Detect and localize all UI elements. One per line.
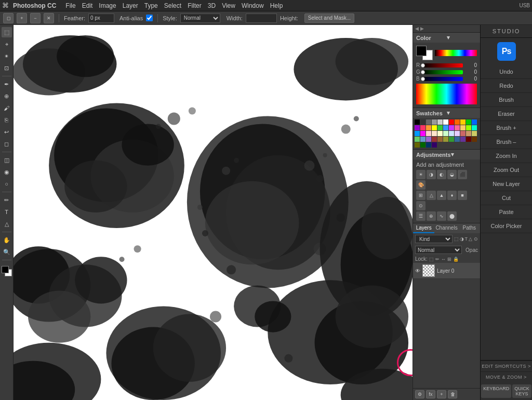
blue-slider[interactable] <box>423 77 463 81</box>
studio-brush-plus-btn[interactable]: Brush + <box>481 121 532 135</box>
adjustment-icon[interactable]: ◑ <box>427 170 436 179</box>
layer-visibility-icon[interactable]: 👁 <box>415 268 420 274</box>
tool-history[interactable]: ↩ <box>2 127 12 137</box>
swatch-item[interactable] <box>472 131 477 136</box>
swatch-item[interactable] <box>466 125 471 130</box>
ps-icon[interactable]: Ps <box>497 42 516 61</box>
red-thumb[interactable] <box>421 63 425 68</box>
tool-path[interactable]: △ <box>2 219 12 229</box>
swatch-item[interactable] <box>437 125 443 130</box>
layer-toggle[interactable]: ⊙ <box>474 236 478 242</box>
tool-intersect-btn[interactable]: ✕ <box>44 13 54 23</box>
swatch-item[interactable] <box>443 137 448 142</box>
hue-slider[interactable] <box>435 50 477 56</box>
swatch-item[interactable] <box>432 137 437 142</box>
color-swatch-area[interactable] <box>1 265 13 277</box>
adjustment-icon[interactable]: ⊕ <box>427 211 436 221</box>
swatch-item[interactable] <box>455 131 460 136</box>
tool-wand[interactable]: ✴ <box>2 51 12 61</box>
swatch-item[interactable] <box>460 125 466 130</box>
fx-btn[interactable]: fx <box>426 390 435 398</box>
tool-gradient[interactable]: ◫ <box>2 155 12 165</box>
swatch-item[interactable] <box>443 125 448 130</box>
tool-marquee[interactable]: ⬚ <box>2 27 12 37</box>
filter-shape-icon[interactable]: △ <box>469 236 472 242</box>
swatch-item[interactable] <box>437 119 443 125</box>
swatch-item[interactable] <box>460 119 466 125</box>
menu-file[interactable]: File <box>65 2 75 9</box>
swatch-item[interactable] <box>415 119 420 125</box>
tool-heal[interactable]: ⊕ <box>2 91 12 101</box>
adjustment-icon[interactable]: ▲ <box>437 191 446 200</box>
tool-lasso[interactable]: ⌖ <box>2 39 12 49</box>
color-panel-header[interactable]: Color ▾ <box>413 33 480 43</box>
swatch-item[interactable] <box>449 131 454 136</box>
tool-dodge[interactable]: ○ <box>2 179 12 189</box>
menu-view[interactable]: View <box>222 2 235 9</box>
swatch-item[interactable] <box>466 131 471 136</box>
swatch-item[interactable] <box>415 142 420 148</box>
swatch-item[interactable] <box>449 125 454 130</box>
studio-colorpicker-btn[interactable]: Color Picker <box>481 219 532 233</box>
swatch-item[interactable] <box>455 125 460 130</box>
swatch-item[interactable] <box>466 119 471 125</box>
tab-layers[interactable]: Layers <box>413 223 434 233</box>
filter-text-icon[interactable]: T <box>465 236 468 242</box>
layer-item-0[interactable]: 👁 Layer 0 <box>413 263 480 279</box>
panel-collapse-btn[interactable]: ◀ ▶ <box>415 26 424 31</box>
red-slider[interactable] <box>423 63 463 68</box>
tool-eraser[interactable]: ◻ <box>2 139 12 149</box>
swatch-item[interactable] <box>443 131 448 136</box>
swatch-item[interactable] <box>426 131 431 136</box>
swatch-item[interactable] <box>426 125 431 130</box>
swatch-item[interactable] <box>432 131 437 136</box>
canvas-area[interactable] <box>14 25 413 400</box>
swatch-item[interactable] <box>437 131 443 136</box>
swatch-item[interactable] <box>455 119 460 125</box>
swatch-item[interactable] <box>460 137 466 142</box>
quick-keys-btn[interactable]: QUICK KEYS <box>512 384 531 398</box>
tool-clone[interactable]: ⎘ <box>2 115 12 125</box>
adjustment-icon[interactable]: ⊞ <box>416 191 425 200</box>
swatch-item[interactable] <box>460 131 466 136</box>
style-select[interactable]: Normal Fixed Ratio Fixed Size <box>180 14 220 23</box>
filter-pixel-icon[interactable]: ⬚ <box>454 236 459 242</box>
swatch-item[interactable] <box>432 119 437 125</box>
adjustment-icon[interactable]: ⬤ <box>447 211 457 221</box>
swatch-item[interactable] <box>432 125 437 130</box>
adjustment-icon[interactable]: 🎨 <box>416 180 425 190</box>
tool-add-btn[interactable]: + <box>17 13 27 23</box>
swatch-item[interactable] <box>420 131 425 136</box>
width-input[interactable] <box>246 14 277 23</box>
menu-layer[interactable]: Layer <box>123 2 138 9</box>
studio-cut-btn[interactable]: Cut <box>481 191 532 205</box>
adjustment-icon[interactable]: △ <box>427 191 436 200</box>
studio-brush-minus-btn[interactable]: Brush – <box>481 135 532 149</box>
studio-brush-btn[interactable]: Brush <box>481 93 532 107</box>
adjustment-icon[interactable]: ■ <box>458 191 467 200</box>
move-zoom-btn[interactable]: MOVE & ZOOM > <box>481 371 532 382</box>
foreground-color-swatch[interactable] <box>2 266 9 273</box>
swatch-item[interactable] <box>415 125 420 130</box>
tool-pen[interactable]: ✏ <box>2 195 12 205</box>
adjustment-icon[interactable]: ∿ <box>437 211 446 221</box>
swatch-item[interactable] <box>420 137 425 142</box>
adjustments-header[interactable]: Adjustments ▾ <box>413 150 480 159</box>
antialias-checkbox[interactable] <box>146 15 153 21</box>
feather-input[interactable] <box>88 14 114 23</box>
tool-zoom[interactable]: 🔍 <box>2 247 12 257</box>
tool-hand[interactable]: ✋ <box>2 235 12 245</box>
lock-paint-icon[interactable]: ✏ <box>435 257 440 262</box>
keyboard-btn[interactable]: KEYBOARD <box>481 384 511 398</box>
menu-help[interactable]: Help <box>270 2 283 9</box>
filter-adj-icon[interactable]: ◑ <box>460 236 464 242</box>
adjustment-icon[interactable]: ⊙ <box>416 201 425 210</box>
tab-channels[interactable]: Channels <box>434 223 458 233</box>
studio-redo-btn[interactable]: Redo <box>481 79 532 93</box>
swatch-item[interactable] <box>472 119 477 125</box>
swatch-item[interactable] <box>472 125 477 130</box>
tool-brush[interactable]: 🖌 <box>2 103 12 113</box>
swatch-item[interactable] <box>432 142 437 148</box>
select-mask-button[interactable]: Select and Mask... <box>304 14 354 23</box>
layer-toggle-icon[interactable]: ⊙ <box>474 236 478 242</box>
